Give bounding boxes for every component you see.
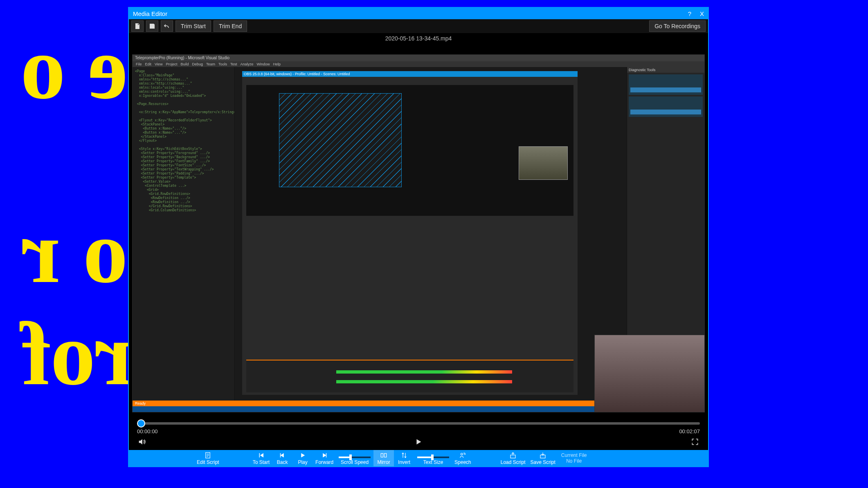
save-script-button[interactable]: Save Script [528, 450, 558, 466]
save-script-label: Save Script [530, 459, 555, 465]
current-file-value: No File [566, 458, 582, 464]
text-size-slider[interactable]: Text Size [414, 454, 452, 466]
current-file-readout: Current File No File [558, 450, 590, 466]
seek-bar-row: 00:00:00 00:02:07 [129, 416, 708, 435]
audio-meter-icon [336, 370, 512, 374]
vs-menu-item: Window [257, 62, 270, 66]
obs-webcam-thumbnail [519, 146, 568, 180]
help-button[interactable]: ? [684, 8, 696, 19]
fullscreen-icon[interactable] [689, 436, 701, 448]
vs-menu-item: Analyze [241, 62, 254, 66]
text-size-label: Text Size [423, 459, 443, 465]
go-to-recordings-button[interactable]: Go To Recordings [649, 20, 706, 32]
svg-rect-2 [385, 454, 387, 457]
video-preview: TeleprompterPro (Running) - Microsoft Vi… [129, 44, 708, 416]
play-icon [299, 452, 306, 459]
vs-menu-item: Build [180, 62, 189, 66]
svg-rect-4 [510, 455, 515, 458]
vs-menu-item: Tools [218, 62, 227, 66]
play-button[interactable] [413, 436, 424, 448]
back-label: Back [277, 459, 288, 465]
back-button[interactable]: Back [272, 450, 292, 466]
invert-icon [400, 452, 408, 459]
obs-titlebar: OBS 25.0.8 (64-bit, windows) - Profile: … [242, 71, 578, 77]
edit-script-button[interactable]: Edit Script [194, 450, 222, 466]
step-forward-icon [321, 452, 328, 459]
load-script-label: Load Script [501, 459, 526, 465]
vs-menu-item: Team [206, 62, 215, 66]
mirror-label: Mirror [377, 459, 390, 465]
svg-rect-1 [381, 454, 383, 457]
memory-graph-icon [629, 74, 703, 95]
diagnostics-header: Diagnostic Tools [627, 67, 704, 73]
vs-menu-item: Debug [192, 62, 203, 66]
new-file-icon[interactable] [131, 20, 144, 32]
edit-icon [204, 452, 211, 459]
slider-thumb-icon[interactable] [349, 454, 352, 460]
vs-menu-item: Help [273, 62, 281, 66]
vs-designer-area: OBS 25.0.8 (64-bit, windows) - Profile: … [235, 67, 627, 401]
window-title: Media Editor [129, 10, 684, 17]
load-script-button[interactable]: Load Script [498, 450, 528, 466]
download-icon [539, 452, 546, 459]
vs-menu-item: Project [166, 62, 177, 66]
trim-end-button[interactable]: Trim End [214, 20, 247, 32]
audio-meter-icon [336, 380, 512, 383]
obs-preview [246, 85, 573, 216]
vs-menu-item: View [155, 62, 162, 66]
toolbar: Trim Start Trim End Go To Recordings [129, 19, 708, 33]
edit-script-label: Edit Script [197, 459, 219, 465]
speech-button[interactable]: Speech [452, 450, 474, 466]
invert-button[interactable]: Invert [394, 450, 414, 466]
current-file-caption: Current File [561, 452, 587, 458]
cpu-graph-icon [629, 96, 703, 117]
to-start-label: To Start [253, 459, 270, 465]
speech-icon [459, 452, 466, 459]
forward-button[interactable]: Forward [313, 450, 336, 466]
play-label: Play [298, 459, 307, 465]
scroll-speed-slider[interactable]: Scroll Speed [336, 454, 373, 466]
save-icon[interactable] [146, 20, 158, 32]
close-button[interactable]: X [696, 8, 708, 19]
vs-menu-item: Edit [145, 62, 152, 66]
obs-mixer-panel [246, 360, 573, 392]
filename-label: 2020-05-16 13-34-45.mp4 [129, 33, 708, 44]
undo-icon[interactable] [161, 20, 173, 32]
scroll-speed-label: Scroll Speed [341, 459, 369, 465]
playback-controls [129, 435, 708, 450]
vs-menu-item: Test [230, 62, 237, 66]
obs-window: OBS 25.0.8 (64-bit, windows) - Profile: … [242, 71, 578, 395]
titlebar[interactable]: Media Editor ? X [129, 8, 708, 19]
media-editor-window: Media Editor ? X Trim Start Trim End Go … [128, 7, 709, 467]
step-back-icon [279, 452, 286, 459]
recursive-preview-icon [279, 93, 402, 187]
skip-start-icon [257, 452, 265, 459]
total-time-label: 00:02:07 [679, 428, 700, 434]
invert-label: Invert [398, 459, 410, 465]
dock-play-button[interactable]: Play [292, 450, 313, 466]
mirror-button[interactable]: Mirror [373, 450, 394, 466]
slider-thumb-icon[interactable] [431, 454, 434, 460]
trim-start-button[interactable]: Trim Start [175, 20, 211, 32]
seek-track[interactable] [137, 422, 700, 425]
vs-titlebar: TeleprompterPro (Running) - Microsoft Vi… [133, 55, 704, 61]
vs-menubar: File Edit View Project Build Debug Team … [133, 61, 704, 67]
webcam-overlay [594, 335, 705, 412]
vs-code-editor: <Page x:Class="MainPage" xmlns="http://s… [133, 67, 235, 401]
bottom-dock: Edit Script To Start Back Play For [129, 450, 708, 466]
vs-menu-item: File [136, 62, 142, 66]
volume-icon[interactable] [136, 436, 148, 448]
current-time-label: 00:00:00 [137, 428, 158, 434]
seek-thumb[interactable] [137, 419, 145, 428]
svg-point-3 [461, 453, 463, 455]
upload-icon [509, 452, 517, 459]
forward-label: Forward [315, 459, 333, 465]
to-start-button[interactable]: To Start [250, 450, 272, 466]
mirror-icon [380, 452, 387, 459]
speech-label: Speech [454, 459, 471, 465]
